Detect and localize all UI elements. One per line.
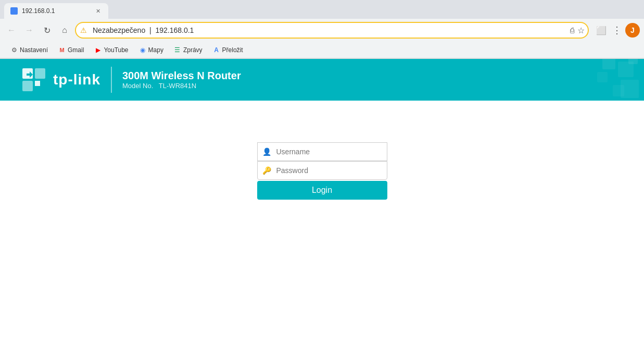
page-content: tp-link 300M Wireless N Router Model No.… [0, 59, 644, 343]
tplink-logo-icon [21, 67, 47, 93]
bookmark-star-icon[interactable]: ☆ [577, 26, 585, 35]
tab-favicon [10, 7, 18, 15]
tab-title: 192.168.0.1 [22, 7, 55, 15]
username-input[interactable] [257, 142, 387, 161]
bookmark-nastaveni[interactable]: ⚙ Nastavení [6, 44, 52, 56]
bookmark-youtube-label: YouTube [104, 46, 128, 54]
password-input[interactable] [257, 161, 387, 180]
bookmark-nastaveni-label: Nastavení [20, 46, 48, 54]
bookmark-gmail[interactable]: M Gmail [54, 44, 88, 56]
share-icon[interactable]: ⎙ [570, 26, 574, 34]
browser-actions: ⬜ ⋮ J [594, 23, 640, 38]
tplink-product-model: Model No. TL-WR841N [122, 82, 241, 90]
password-input-wrap: 🔑 [257, 161, 387, 180]
svg-rect-1 [35, 68, 45, 79]
cast-icon[interactable]: ⬜ [594, 23, 609, 38]
navigation-bar: ← → ↻ ⌂ ⚠ ⎙ ☆ ⬜ ⋮ J [0, 19, 644, 42]
bookmark-youtube[interactable]: ▶ YouTube [90, 44, 132, 56]
reload-button[interactable]: ↻ [40, 23, 54, 38]
bookmarks-bar: ⚙ Nastavení M Gmail ▶ YouTube ◉ Mapy ☰ Z… [0, 42, 644, 58]
address-bar-container: ⚠ ⎙ ☆ [75, 22, 589, 39]
profile-button[interactable]: J [625, 23, 640, 38]
tplink-product-name: 300M Wireless N Router [122, 70, 241, 82]
address-bar-actions: ⎙ ☆ [570, 26, 585, 35]
svg-rect-2 [22, 81, 33, 91]
tplink-product-info: 300M Wireless N Router Model No. TL-WR84… [122, 70, 241, 90]
svg-rect-7 [628, 59, 638, 64]
maps-icon: ◉ [139, 46, 146, 54]
back-button[interactable]: ← [4, 23, 19, 38]
tplink-logo: tp-link [21, 67, 100, 93]
login-button[interactable]: Login [257, 181, 387, 200]
bookmark-prelozit-label: Přeložit [222, 46, 243, 54]
security-warning-icon: ⚠ [80, 26, 87, 34]
svg-rect-5 [597, 72, 608, 82]
prelozit-icon: A [213, 46, 220, 54]
bookmark-zpravy[interactable]: ☰ Zprávy [170, 44, 207, 56]
username-icon: 👤 [262, 148, 271, 156]
bookmark-maps[interactable]: ◉ Mapy [135, 44, 168, 56]
tplink-header: tp-link 300M Wireless N Router Model No.… [0, 59, 644, 101]
bookmark-gmail-label: Gmail [68, 46, 84, 54]
tab-bar: 192.168.0.1 ✕ [0, 0, 644, 19]
nastaveni-icon: ⚙ [10, 46, 18, 54]
home-button[interactable]: ⌂ [57, 23, 72, 38]
menu-icon[interactable]: ⋮ [610, 23, 624, 38]
login-form: 👤 🔑 Login [257, 142, 387, 200]
zpravy-icon: ☰ [174, 46, 181, 54]
tplink-decorative [540, 59, 644, 101]
forward-button[interactable]: → [22, 23, 36, 38]
tplink-logo-text: tp-link [53, 71, 100, 88]
svg-rect-3 [602, 59, 615, 69]
login-area: 👤 🔑 Login [0, 101, 644, 200]
bookmark-maps-label: Mapy [148, 46, 163, 54]
gmail-icon: M [58, 46, 66, 54]
password-icon: 🔑 [262, 166, 271, 175]
svg-rect-8 [613, 85, 624, 96]
active-tab[interactable]: 192.168.0.1 ✕ [4, 3, 108, 19]
bookmark-zpravy-label: Zprávy [183, 46, 203, 54]
address-input[interactable] [75, 22, 589, 39]
bookmark-prelozit[interactable]: A Přeložit [209, 44, 247, 56]
youtube-icon: ▶ [94, 46, 102, 54]
tab-close-button[interactable]: ✕ [94, 7, 102, 15]
username-input-wrap: 👤 [257, 142, 387, 161]
tplink-separator [111, 67, 112, 93]
